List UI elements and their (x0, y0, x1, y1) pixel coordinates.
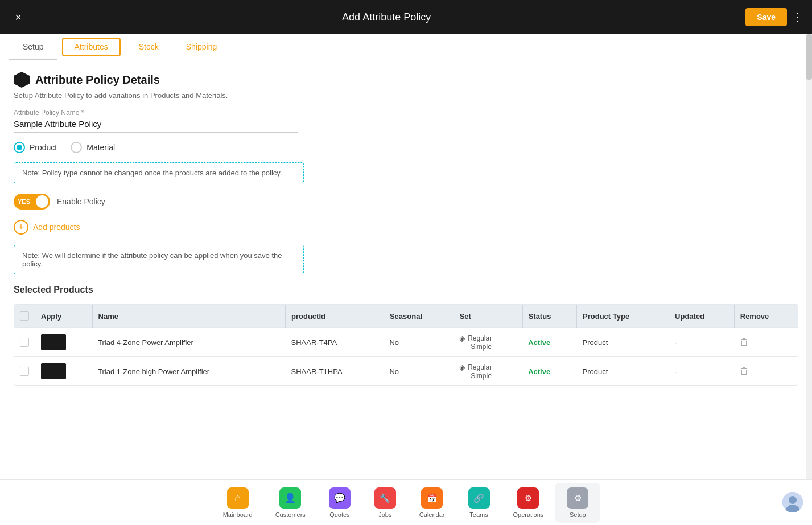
row-checkbox[interactable] (20, 338, 29, 347)
col-updated: Updated (669, 305, 735, 328)
set-simple: Simple (459, 372, 517, 380)
row-set-cell: ◈ Regular Simple (454, 357, 522, 386)
row-status-cell: Active (522, 328, 576, 357)
row-apply-cell (35, 357, 93, 386)
enable-policy-row: YES Enable Policy (14, 194, 798, 210)
col-seasonal: Seasonal (384, 305, 454, 328)
products-table: Apply Name productId Seasonal Set Status… (14, 304, 798, 386)
nav-teams[interactable]: 🔗 Teams (456, 483, 502, 523)
note-save-policy: Note: We will determine if the attribute… (14, 245, 304, 274)
row-product-type-cell: Product (577, 357, 669, 386)
setup-label: Setup (570, 511, 586, 518)
policy-name-value[interactable]: Sample Attribute Policy (14, 119, 298, 133)
row-remove-cell: 🗑 (734, 328, 798, 357)
jobs-label: Jobs (378, 511, 391, 518)
radio-product[interactable]: Product (14, 142, 57, 153)
header: × Add Attribute Policy Save ⋮ (0, 0, 812, 34)
svg-point-1 (789, 496, 797, 504)
row-checkbox[interactable] (20, 367, 29, 376)
row-updated-cell: - (669, 328, 735, 357)
add-products-button[interactable]: + Add products (14, 220, 80, 235)
radio-material[interactable]: Material (71, 142, 115, 153)
toggle-yes-label: YES (18, 198, 30, 205)
set-line1: Regular (468, 363, 492, 371)
set-regular: ◈ Regular (459, 363, 517, 372)
section-header: Attribute Policy Details (14, 72, 798, 88)
customers-label: Customers (275, 511, 306, 518)
radio-material-label: Material (86, 143, 115, 152)
row-product-type-cell: Product (577, 328, 669, 357)
set-icon: ◈ (459, 363, 465, 372)
radio-product-circle (14, 142, 25, 153)
row-checkbox-cell (14, 328, 35, 357)
set-icon: ◈ (459, 334, 465, 343)
col-remove: Remove (734, 305, 798, 328)
policy-name-label: Attribute Policy Name * (14, 109, 798, 117)
nav-mainboard[interactable]: ⌂ Mainboard (212, 483, 264, 523)
row-name-cell: Triad 1-Zone high Power Amplifier (92, 357, 285, 386)
col-apply: Apply (35, 305, 93, 328)
tab-attributes[interactable]: Attributes (62, 38, 121, 56)
customers-icon: 👤 (279, 487, 301, 509)
page-scrollbar[interactable] (806, 34, 812, 479)
teams-icon: 🔗 (468, 487, 490, 509)
products-table-element: Apply Name productId Seasonal Set Status… (14, 305, 798, 385)
row-checkbox-cell (14, 357, 35, 386)
add-products-label: Add products (33, 223, 80, 232)
row-productid-cell: SHAAR-T4PA (286, 328, 384, 357)
section-subtitle: Setup Attribute Policy to add variations… (14, 91, 798, 100)
calendar-icon: 📅 (421, 487, 443, 509)
nav-jobs[interactable]: 🔧 Jobs (362, 483, 408, 523)
tab-shipping[interactable]: Shipping (172, 34, 231, 60)
note-policy-type: Note: Policy type cannot be changed once… (14, 162, 304, 183)
table-row: Triad 1-Zone high Power Amplifier SHAAR-… (14, 357, 798, 386)
policy-name-field: Attribute Policy Name * Sample Attribute… (14, 109, 798, 133)
section-title: Attribute Policy Details (35, 73, 160, 87)
status-badge: Active (528, 338, 550, 347)
mainboard-icon: ⌂ (227, 487, 249, 509)
col-name: Name (92, 305, 285, 328)
quotes-label: Quotes (329, 511, 349, 518)
row-productid-cell: SHAAR-T1HPA (286, 357, 384, 386)
avatar-image (782, 492, 803, 512)
set-regular: ◈ Regular (459, 334, 517, 343)
nav-calendar[interactable]: 📅 Calendar (408, 483, 456, 523)
calendar-label: Calendar (419, 511, 445, 518)
nav-customers[interactable]: 👤 Customers (264, 483, 317, 523)
scrollbar-thumb[interactable] (806, 34, 812, 80)
tab-setup[interactable]: Setup (9, 34, 57, 60)
setup-icon: ⚙ (567, 487, 588, 509)
col-checkbox (14, 305, 35, 328)
set-simple: Simple (459, 343, 517, 351)
save-button[interactable]: Save (745, 8, 787, 26)
bottom-navigation: ⌂ Mainboard 👤 Customers 💬 Quotes 🔧 Jobs … (0, 479, 812, 525)
tabs-bar: Setup Attributes Stock Shipping (0, 34, 812, 60)
header-checkbox[interactable] (20, 311, 29, 321)
nav-setup[interactable]: ⚙ Setup (555, 483, 600, 523)
row-set-cell: ◈ Regular Simple (454, 328, 522, 357)
radio-product-label: Product (30, 143, 57, 152)
more-options-button[interactable]: ⋮ (792, 10, 803, 24)
nav-operations[interactable]: ⚙ Operations (502, 483, 555, 523)
remove-button[interactable]: 🗑 (740, 337, 749, 347)
col-product-type: Product Type (577, 305, 669, 328)
enable-policy-toggle[interactable]: YES (14, 194, 50, 210)
remove-button[interactable]: 🗑 (740, 366, 749, 376)
col-set: Set (454, 305, 522, 328)
nav-quotes[interactable]: 💬 Quotes (317, 483, 362, 523)
radio-product-dot (17, 145, 22, 150)
table-header-row: Apply Name productId Seasonal Set Status… (14, 305, 798, 328)
operations-label: Operations (513, 511, 544, 518)
header-actions: Save ⋮ (745, 8, 803, 26)
add-products-icon: + (14, 220, 28, 235)
operations-icon: ⚙ (517, 487, 539, 509)
policy-type-radio-group: Product Material (14, 142, 798, 153)
mainboard-label: Mainboard (223, 511, 253, 518)
tab-stock[interactable]: Stock (125, 34, 172, 60)
selected-products-title: Selected Products (14, 285, 798, 295)
close-button[interactable]: × (9, 11, 27, 24)
quotes-icon: 💬 (329, 487, 351, 509)
main-content: Attribute Policy Details Setup Attribute… (0, 60, 812, 473)
page-title: Add Attribute Policy (27, 11, 745, 23)
user-avatar[interactable] (782, 492, 803, 512)
